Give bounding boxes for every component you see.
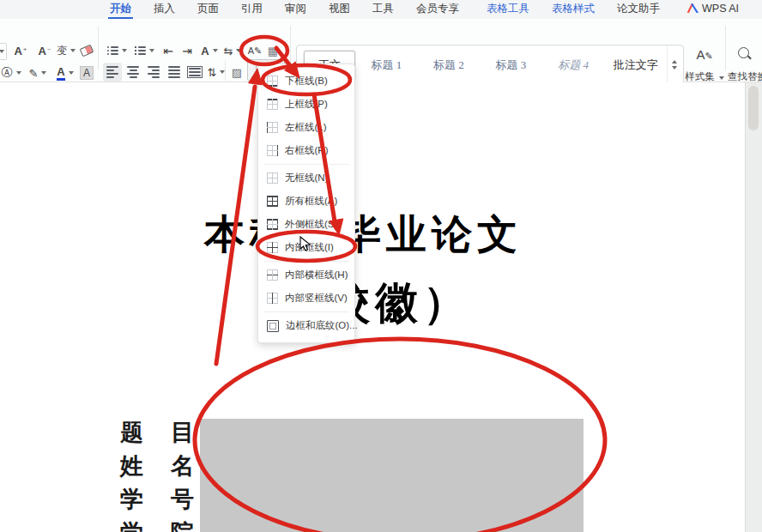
tab-membership[interactable]: 会员专享 [414, 0, 461, 19]
find-replace-button[interactable]: 查找替换 [728, 45, 762, 86]
chevron-down-icon [149, 49, 154, 52]
chevron-down-icon [0, 50, 4, 53]
menu-item-borders-and-shading[interactable]: 边框和底纹(O)... [258, 314, 354, 337]
menu-item-border-all[interactable]: 所有框线(A) [258, 190, 354, 213]
scrollbar-thumb[interactable] [748, 86, 759, 130]
text-tool-icon: A✎ [248, 45, 263, 57]
increase-indent-icon: ⇥ [182, 44, 192, 57]
field-label-college: 学院 [120, 518, 194, 532]
chevron-down-icon [41, 71, 46, 75]
align-left-button[interactable] [103, 63, 122, 82]
menu-item-border-none[interactable]: 无框线(N) [258, 166, 354, 190]
char-shading-button[interactable]: A [77, 63, 96, 82]
shading-icon: ▨ [232, 66, 242, 79]
scrollbar-track[interactable] [745, 82, 762, 532]
field-label-name: 姓名 [120, 451, 194, 481]
style-heading1[interactable]: 标题 1 [355, 57, 418, 73]
clear-format-button[interactable] [77, 41, 96, 60]
bullets-icon [107, 46, 118, 55]
chevron-down-icon [213, 49, 218, 52]
increase-font-button[interactable]: A⁺ [10, 41, 31, 60]
chevron-down-icon [69, 71, 74, 75]
menu-item-border-bottom[interactable]: 下框线(B) [258, 70, 354, 93]
document-page[interactable]: 本科生毕业论文 （校徽） 题目 姓名 学号 学院 班级 指导老师 [0, 82, 762, 532]
menu-separator [263, 164, 349, 165]
menu-item-border-inside-vertical[interactable]: 内部竖框线(V) [258, 287, 354, 310]
chevron-down-icon [719, 76, 724, 80]
chevron-down-icon [16, 71, 21, 75]
document-title: 本科生毕业论文 [204, 208, 523, 262]
menu-item-border-outside[interactable]: 外侧框线(S) [258, 213, 354, 236]
numbering-button[interactable] [132, 41, 156, 60]
align-right-icon [148, 66, 160, 78]
bullets-button[interactable] [105, 41, 129, 60]
chevron-down-icon [70, 49, 76, 52]
gallery-scroll[interactable] [667, 45, 680, 84]
decrease-font-button[interactable]: A⁻ [34, 41, 55, 60]
ribbon-separator [225, 60, 226, 81]
style-set-icon: A✎ [696, 47, 712, 62]
tab-insert[interactable]: 插入 [152, 0, 177, 19]
tab-tools[interactable]: 工具 [371, 0, 396, 19]
increase-indent-button[interactable]: ⇥ [178, 41, 196, 60]
line-spacing-icon: ⇅ [208, 66, 217, 79]
border-inside-vertical-icon [267, 293, 278, 304]
eraser-icon [80, 45, 94, 57]
style-comment-text[interactable]: 批注文字 [604, 57, 667, 73]
highlight-pen-button[interactable]: ✎ [26, 63, 50, 82]
text-effect-button[interactable]: Ⓐ [0, 63, 22, 82]
tab-wps-ai[interactable]: WPS AI [686, 0, 741, 19]
style-heading3[interactable]: 标题 3 [480, 57, 542, 73]
justify-button[interactable] [165, 63, 184, 82]
menu-item-border-inside[interactable]: 内部框线(I) [258, 236, 354, 259]
chevron-down-icon [672, 66, 677, 70]
border-all-icon [267, 196, 278, 207]
table-shaded-region[interactable] [200, 419, 584, 532]
justify-icon [168, 66, 180, 78]
menu-separator [263, 311, 349, 312]
tab-view[interactable]: 视图 [327, 0, 352, 19]
border-bottom-icon [267, 76, 278, 87]
field-label-student-id: 学号 [120, 485, 194, 514]
menu-item-border-left[interactable]: 左框线(L) [258, 116, 354, 139]
find-replace-icon [738, 47, 749, 60]
char-scale-icon: ⇆ [224, 45, 233, 57]
border-inside-horizontal-icon [267, 269, 278, 281]
tab-review[interactable]: 审阅 [283, 0, 308, 19]
tab-reference[interactable]: 引用 [239, 0, 264, 19]
style-heading4[interactable]: 标题 4 [542, 57, 605, 73]
font-size-box-partial[interactable] [0, 43, 7, 60]
tab-home[interactable]: 开始 [108, 0, 133, 19]
tab-paper-assistant[interactable]: 论文助手 [615, 0, 662, 19]
align-left-icon [106, 66, 118, 78]
distribute-button[interactable] [185, 63, 204, 82]
text-effects-button[interactable]: A [197, 41, 221, 60]
style-set-button[interactable]: A✎ 样式集 [686, 45, 723, 86]
decrease-indent-button[interactable]: ⇤ [160, 41, 177, 60]
align-center-button[interactable] [124, 63, 142, 82]
font-color-button[interactable]: A [53, 63, 77, 82]
border-none-icon [267, 172, 278, 184]
table-grid-button[interactable]: ▦ [264, 41, 281, 60]
shading-button[interactable]: ▨ [228, 63, 245, 82]
distribute-icon [187, 66, 203, 78]
char-scale-button[interactable]: ⇆ [220, 41, 245, 60]
tab-bar: 开始 插入 页面 引用 审阅 视图 工具 会员专享 表格工具 表格样式 论文助手… [0, 0, 762, 20]
tab-table-tools[interactable]: 表格工具 [485, 0, 531, 19]
menu-item-border-inside-horizontal[interactable]: 内部横框线(H) [258, 263, 354, 287]
menu-item-border-top[interactable]: 上框线(P) [258, 93, 354, 116]
chevron-down-icon [236, 49, 241, 52]
chevron-down-icon [122, 49, 127, 52]
border-outside-icon [267, 219, 278, 230]
decrease-indent-icon: ⇤ [163, 44, 173, 57]
style-heading2[interactable]: 标题 2 [418, 57, 481, 73]
text-tool-button[interactable]: A✎ [244, 41, 266, 60]
tab-table-style[interactable]: 表格样式 [550, 0, 596, 19]
field-label-title: 题目 [120, 418, 194, 447]
pinyin-guide-button[interactable]: 变 [53, 41, 79, 60]
align-right-button[interactable] [144, 63, 163, 82]
menu-separator [263, 261, 349, 262]
numbering-icon [135, 46, 146, 55]
tab-page[interactable]: 页面 [196, 0, 221, 19]
menu-item-border-right[interactable]: 右框线(R) [258, 139, 354, 162]
